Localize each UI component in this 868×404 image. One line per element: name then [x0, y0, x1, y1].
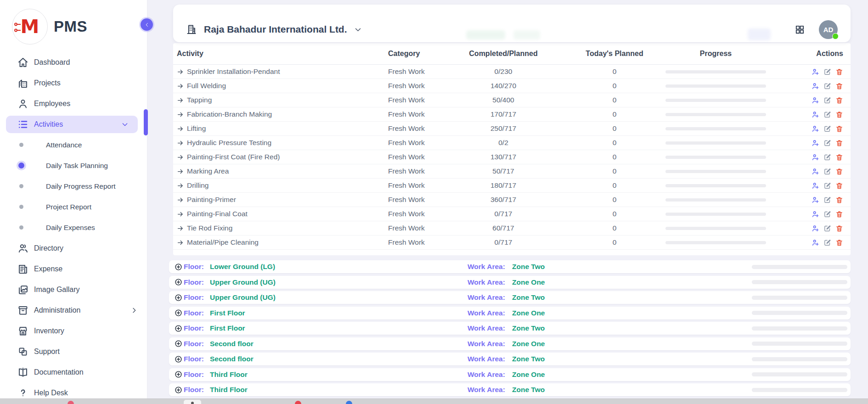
floor-row-upper-ground-ug-zone-two[interactable]: Floor: Upper Ground (UG) Work Area: Zone…: [169, 291, 851, 304]
work-area-name: Zone One: [512, 368, 545, 381]
expand-plus-icon[interactable]: [175, 325, 182, 332]
expand-plus-icon[interactable]: [175, 309, 182, 317]
floor-row-first-floor-zone-one[interactable]: Floor: First Floor Work Area: Zone One: [169, 307, 851, 320]
sidebar-item-documentation[interactable]: Documentation: [0, 362, 147, 382]
delete-button[interactable]: [835, 168, 843, 175]
edit-button[interactable]: [823, 125, 831, 133]
sidebar-collapse-button[interactable]: [141, 18, 153, 31]
apps-grid-icon[interactable]: [795, 24, 805, 35]
delete-button[interactable]: [835, 68, 843, 76]
assign-user-button[interactable]: [812, 224, 819, 232]
chevron-down-icon[interactable]: [354, 26, 362, 34]
expand-plus-icon[interactable]: [175, 355, 182, 363]
completed-planned-value: 50/400: [467, 93, 540, 107]
floor-row-third-floor-zone-one[interactable]: Floor: Third Floor Work Area: Zone One: [169, 368, 851, 381]
assign-user-button[interactable]: [812, 96, 819, 104]
expand-plus-icon[interactable]: [175, 294, 182, 302]
activity-row-sprinkler-installation-pendant: Sprinkler Installation-Pendant Fresh Wor…: [173, 65, 851, 79]
assign-user-button[interactable]: [812, 239, 819, 247]
assign-user-button[interactable]: [812, 153, 819, 161]
assign-user-button[interactable]: [812, 210, 819, 218]
company-name[interactable]: Raja Bahadur International Ltd.: [204, 24, 347, 35]
edit-button[interactable]: [823, 82, 831, 90]
sidebar-item-image-gallary[interactable]: Image Gallary: [0, 279, 147, 300]
top-header-card: Raja Bahadur International Ltd. AD: [173, 5, 851, 42]
expand-plus-icon[interactable]: [175, 386, 182, 394]
delete-button[interactable]: [835, 111, 843, 118]
sidebar-item-employees[interactable]: Employees: [0, 93, 147, 114]
delete-button[interactable]: [835, 182, 843, 190]
delete-button[interactable]: [835, 82, 843, 90]
delete-button[interactable]: [835, 153, 843, 161]
delete-button[interactable]: [835, 125, 843, 133]
submenu-item-daily-task-planning[interactable]: Daily Task Planning: [0, 155, 147, 176]
progress-track: [665, 84, 766, 88]
floor-label: Floor:: [184, 383, 204, 396]
edit-button[interactable]: [823, 111, 831, 118]
taskbar-app-icon[interactable]: [68, 401, 74, 404]
edit-button[interactable]: [823, 68, 831, 76]
sidebar-item-projects[interactable]: Projects: [0, 73, 147, 93]
expand-plus-icon[interactable]: [175, 370, 182, 378]
delete-button[interactable]: [835, 239, 843, 247]
floor-row-upper-ground-ug-zone-one[interactable]: Floor: Upper Ground (UG) Work Area: Zone…: [169, 276, 851, 289]
sidebar-item-directory[interactable]: Directory: [0, 238, 147, 258]
expand-plus-icon[interactable]: [175, 278, 182, 286]
floor-label: Floor:: [184, 353, 204, 365]
assign-user-button[interactable]: [812, 139, 819, 147]
floor-name: Upper Ground (UG): [210, 291, 276, 304]
edit-button[interactable]: [823, 182, 831, 190]
edit-button[interactable]: [823, 196, 831, 204]
submenu-item-attendance[interactable]: Attendance: [0, 135, 147, 155]
sidebar-item-administration[interactable]: Administration: [0, 300, 147, 320]
floor-row-second-floor-zone-two[interactable]: Floor: Second floor Work Area: Zone Two: [169, 353, 851, 365]
todays-planned-value: 0: [564, 136, 665, 150]
activity-category: Fresh Work: [388, 136, 425, 150]
floor-row-first-floor-zone-two[interactable]: Floor: First Floor Work Area: Zone Two: [169, 322, 851, 335]
nav-item-icon: [17, 284, 28, 295]
edit-button[interactable]: [823, 153, 831, 161]
delete-button[interactable]: [835, 96, 843, 104]
arrow-right-icon: [177, 111, 184, 118]
expand-plus-icon[interactable]: [175, 340, 182, 348]
submenu-item-daily-progress-report[interactable]: Daily Progress Report: [0, 176, 147, 196]
sidebar-item-dashboard[interactable]: Dashboard: [0, 52, 147, 73]
progress-track: [665, 113, 766, 116]
assign-user-button[interactable]: [812, 196, 819, 204]
assign-user-button[interactable]: [812, 82, 819, 90]
sidebar-item-inventory[interactable]: Inventory: [0, 320, 147, 341]
submenu-item-project-report[interactable]: Project Report: [0, 196, 147, 217]
arrow-right-icon: [177, 225, 184, 232]
delete-button[interactable]: [835, 196, 843, 204]
sidebar-item-support[interactable]: Support: [0, 341, 147, 362]
assign-user-button[interactable]: [812, 168, 819, 175]
edit-button[interactable]: [823, 224, 831, 232]
edit-button[interactable]: [823, 139, 831, 147]
floor-row-third-floor-zone-two[interactable]: Floor: Third Floor Work Area: Zone Two: [169, 383, 851, 396]
delete-button[interactable]: [835, 139, 843, 147]
delete-button[interactable]: [835, 224, 843, 232]
assign-user-button[interactable]: [812, 111, 819, 118]
expand-plus-icon[interactable]: [175, 263, 182, 271]
assign-user-button[interactable]: [812, 182, 819, 190]
edit-button[interactable]: [823, 96, 831, 104]
user-avatar[interactable]: AD: [819, 20, 838, 39]
taskbar-app-icon[interactable]: [295, 401, 301, 404]
assign-user-button[interactable]: [812, 125, 819, 133]
sidebar-item-activities[interactable]: Activities: [6, 116, 138, 133]
delete-button[interactable]: [835, 210, 843, 218]
assign-user-button[interactable]: [812, 68, 819, 76]
nav-item-icon: [17, 367, 28, 378]
edit-button[interactable]: [823, 210, 831, 218]
edit-button[interactable]: [823, 239, 831, 247]
floor-row-lower-ground-lg-zone-two[interactable]: Floor: Lower Ground (LG) Work Area: Zone…: [169, 260, 851, 273]
submenu-item-daily-expenses[interactable]: Daily Expenses: [0, 217, 147, 238]
activity-row-marking-area: Marking Area Fresh Work 50/717 0: [173, 164, 851, 179]
nav-item-label: Image Gallary: [34, 286, 80, 294]
taskbar-app-icon[interactable]: [346, 401, 352, 404]
taskbar-app-icon[interactable]: [184, 400, 201, 404]
sidebar-item-expense[interactable]: Expense: [0, 258, 147, 279]
edit-button[interactable]: [823, 168, 831, 175]
progress-track: [665, 127, 766, 130]
floor-row-second-floor-zone-one[interactable]: Floor: Second floor Work Area: Zone One: [169, 337, 851, 350]
